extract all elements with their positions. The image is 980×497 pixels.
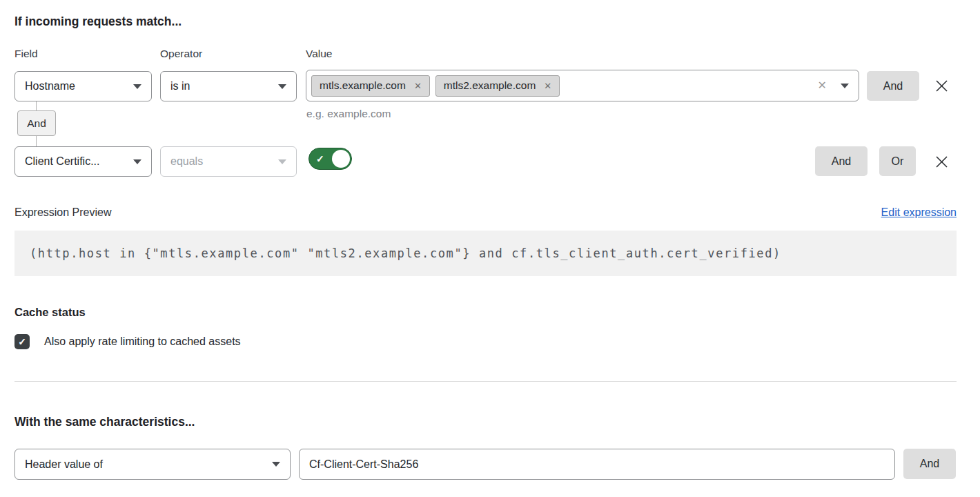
operator-select-row1[interactable]: is in [160,71,297,101]
expression-code-block: (http.host in {"mtls.example.com" "mtls2… [14,231,957,276]
or-button-row2[interactable]: Or [879,146,916,176]
value-helper-text: e.g. example.com [306,108,391,120]
operator-select-row2: equals [160,146,297,177]
value-tag-text: mtls.example.com [320,79,406,92]
cached-assets-checkbox-label: Also apply rate limiting to cached asset… [44,335,241,348]
header-name-input[interactable] [299,449,895,480]
close-icon [934,79,949,93]
check-icon: ✓ [18,336,26,347]
connector-and-button[interactable]: And [17,110,56,136]
field-label: Field [14,48,38,60]
incoming-requests-title: If incoming requests match... [14,14,182,29]
cached-assets-checkbox[interactable]: ✓ [14,334,30,349]
check-icon: ✓ [316,153,324,165]
caret-down-icon [278,84,286,89]
characteristics-title: With the same characteristics... [14,415,195,429]
caret-down-icon [272,462,280,467]
tag-remove-icon[interactable]: ✕ [544,81,551,90]
connector-line [36,136,37,146]
caret-down-icon [133,159,141,164]
value-multiselect-row1[interactable]: mtls.example.com ✕ mtls2.example.com ✕ ✕ [306,70,859,101]
toggle-knob [332,150,350,168]
operator-select-row1-value: is in [170,80,190,92]
caret-down-icon [133,84,141,89]
and-button-row2[interactable]: And [815,146,868,176]
rule-builder-page: If incoming requests match... Field Oper… [0,0,980,497]
field-select-row2[interactable]: Client Certific... [14,146,152,177]
caret-down-icon [278,159,286,164]
edit-expression-link[interactable]: Edit expression [881,206,957,219]
field-select-row1-value: Hostname [25,80,75,92]
characteristic-select[interactable]: Header value of [14,449,291,480]
and-button-characteristics[interactable]: And [903,449,956,479]
operator-select-row2-value: equals [170,155,203,168]
cert-verified-toggle[interactable]: ✓ [308,148,352,170]
caret-down-icon [841,84,849,88]
section-divider [14,381,957,382]
operator-label: Operator [160,48,202,60]
value-tag-text: mtls2.example.com [444,79,536,92]
value-tag: mtls.example.com ✕ [311,75,430,97]
expression-code: (http.host in {"mtls.example.com" "mtls2… [30,246,781,260]
delete-row1-button[interactable] [933,77,950,94]
and-button-row1[interactable]: And [867,71,919,101]
characteristic-select-value: Header value of [25,458,103,471]
value-label: Value [306,48,333,60]
cache-status-title: Cache status [14,306,86,319]
delete-row2-button[interactable] [933,153,950,170]
field-select-row2-value: Client Certific... [25,155,99,168]
close-icon [934,155,949,169]
tag-remove-icon[interactable]: ✕ [414,81,422,90]
field-select-row1[interactable]: Hostname [14,71,152,101]
value-tag: mtls2.example.com ✕ [435,75,560,97]
connector-line [36,101,37,110]
clear-all-icon[interactable]: ✕ [818,80,827,91]
expression-preview-label: Expression Preview [14,206,112,219]
